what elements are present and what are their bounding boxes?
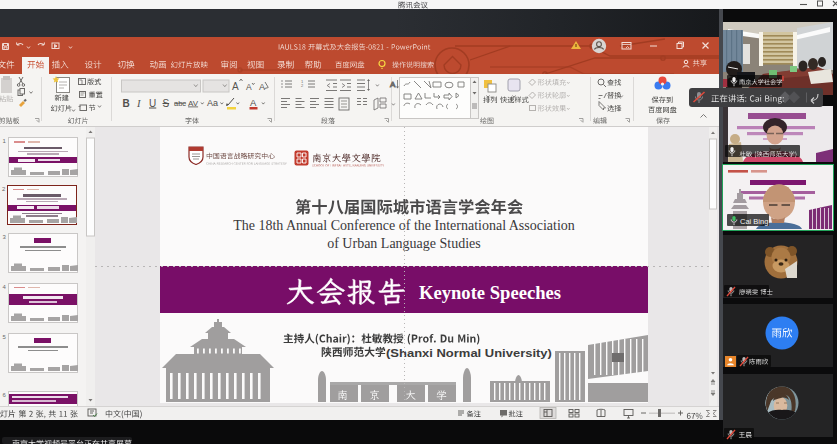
svg-text:AV: AV: [188, 99, 199, 108]
svg-text:abc: abc: [174, 99, 186, 108]
svg-text:A: A: [250, 97, 257, 108]
svg-text:B: B: [123, 98, 130, 109]
svg-text:A: A: [259, 82, 265, 92]
svg-text:A: A: [232, 81, 239, 92]
svg-text:U: U: [149, 98, 156, 109]
svg-text:2: 2: [301, 83, 304, 88]
svg-text:A: A: [390, 80, 396, 89]
svg-text:A: A: [246, 82, 252, 92]
svg-text:Aa: Aa: [207, 98, 218, 108]
svg-text:S: S: [163, 98, 170, 109]
svg-text:I: I: [136, 98, 141, 109]
